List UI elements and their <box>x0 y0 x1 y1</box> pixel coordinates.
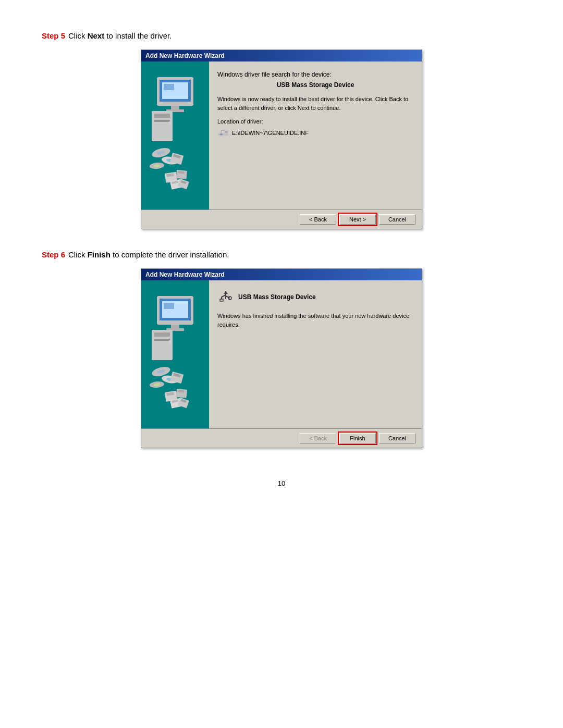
svg-point-43 <box>168 340 172 343</box>
wizard1-content: Windows driver file search for the devic… <box>209 61 422 209</box>
svg-point-10 <box>168 121 172 125</box>
wizard2-content: USB Mass Storage Device Windows has fini… <box>209 280 422 428</box>
wizard2-device-name: USB Mass Storage Device <box>238 293 316 301</box>
svg-rect-42 <box>154 339 170 341</box>
step5-text-after: to install the driver. <box>104 31 172 40</box>
wizard1-next-button[interactable]: Next > <box>339 214 376 225</box>
wizard1-location-label: Location of driver: <box>217 118 413 125</box>
wizard1-cancel-button[interactable]: Cancel <box>379 214 415 225</box>
wizard2-back-button[interactable]: < Back <box>300 433 336 443</box>
cd-icon <box>217 128 229 138</box>
wizard2-description: Windows has finished installing the soft… <box>217 312 413 329</box>
wizard1-footer: < Back Next > Cancel <box>141 209 422 229</box>
step6-number: Step 6 <box>42 250 65 259</box>
wizard1-description: Windows is now ready to install the best… <box>217 95 413 112</box>
wizard1-back-button[interactable]: < Back <box>300 214 336 225</box>
svg-point-28 <box>219 134 223 135</box>
step6-block: Step 6 Click Finish to complete the driv… <box>42 250 521 448</box>
wizard1-illustration <box>141 61 209 207</box>
page-number: 10 <box>42 479 521 487</box>
wizard1-container: Add New Hardware Wizard <box>141 50 422 229</box>
wizard2-footer: < Back Finish Cancel <box>141 428 422 448</box>
svg-rect-4 <box>164 84 174 90</box>
wizard2-finish-button[interactable]: Finish <box>339 433 376 443</box>
step5-text: Click Next to install the driver. <box>68 31 172 40</box>
svg-rect-41 <box>154 332 170 337</box>
wizard1-search-label: Windows driver file search for the devic… <box>217 71 413 78</box>
wizard1-driver-location: E:\IDEWIN~7\GENEUIDE.INF <box>217 128 413 138</box>
wizard1-device-name: USB Mass Storage Device <box>217 81 413 89</box>
wizard1-driver-path: E:\IDEWIN~7\GENEUIDE.INF <box>232 130 309 136</box>
svg-rect-60 <box>220 299 223 301</box>
svg-rect-54 <box>176 389 187 398</box>
wizard2-titlebar: Add New Hardware Wizard <box>141 269 422 280</box>
wizard1-illustration-panel <box>141 61 209 209</box>
wizard1-body: Windows driver file search for the devic… <box>141 61 422 209</box>
step5-line: Step 5 Click Next to install the driver. <box>42 31 521 40</box>
step6-text: Click Finish to complete the driver inst… <box>68 250 229 259</box>
svg-rect-37 <box>164 303 174 309</box>
wizard2-illustration <box>141 280 209 426</box>
wizard2-cancel-button[interactable]: Cancel <box>379 433 415 443</box>
usb-icon <box>217 290 234 304</box>
step6-line: Step 6 Click Finish to complete the driv… <box>42 250 521 259</box>
svg-rect-8 <box>154 114 170 118</box>
svg-rect-30 <box>225 131 227 132</box>
step5-bold: Next <box>88 31 105 40</box>
wizard2-device-row: USB Mass Storage Device <box>217 290 413 304</box>
svg-rect-38 <box>171 325 179 329</box>
wizard2-body: USB Mass Storage Device Windows has fini… <box>141 280 422 428</box>
svg-rect-21 <box>176 170 187 179</box>
wizard2-illustration-panel <box>141 280 209 428</box>
wizard2-container: Add New Hardware Wizard <box>141 268 422 448</box>
step6-bold: Finish <box>88 250 111 259</box>
wizard1-titlebar: Add New Hardware Wizard <box>141 50 422 61</box>
step6-text-after: to complete the driver installation. <box>111 250 229 259</box>
svg-rect-5 <box>171 106 179 110</box>
step5-block: Step 5 Click Next to install the driver.… <box>42 31 521 229</box>
step5-number: Step 5 <box>42 31 65 40</box>
svg-rect-9 <box>154 120 170 122</box>
